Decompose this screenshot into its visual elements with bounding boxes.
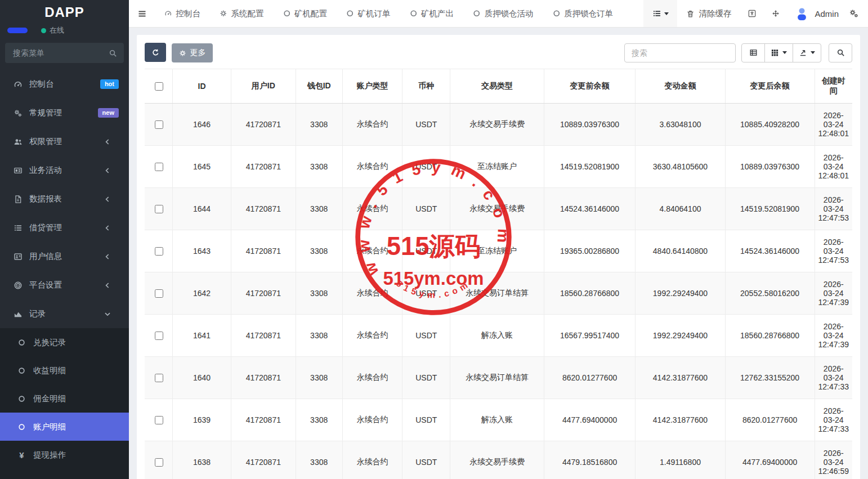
sidebar-subitem-account-details[interactable]: 账户明细 xyxy=(0,413,129,441)
sidebar-subitem-exchange-records[interactable]: 兑换记录 xyxy=(0,328,129,356)
sidebar-subitem-income-details[interactable]: 收益明细 xyxy=(0,356,129,384)
topnav-tab-staking-activities[interactable]: 质押锁仓活动 xyxy=(463,0,543,27)
chevron-left-icon xyxy=(102,223,113,232)
refresh-button[interactable] xyxy=(145,43,166,62)
refresh-icon xyxy=(151,48,160,57)
table-cell: 3308 xyxy=(296,272,342,315)
sidebar-item-lending-management[interactable]: 借贷管理 xyxy=(0,213,129,242)
avatar-icon xyxy=(794,6,809,21)
topnav-tab-miner-config[interactable]: 矿机配置 xyxy=(274,0,337,27)
row-select-cell xyxy=(145,188,173,230)
admin-menu[interactable]: Admin xyxy=(788,6,845,21)
row-select-checkbox[interactable] xyxy=(155,458,163,467)
table-cell: 永续合约 xyxy=(342,399,402,441)
row-select-checkbox[interactable] xyxy=(155,374,163,382)
language-button[interactable] xyxy=(740,0,764,27)
table-body: 1646417208713308永续合约USDT永续交易手续费10889.039… xyxy=(145,104,852,479)
circle-icon xyxy=(17,395,26,402)
table-cell: 4477.69400000 xyxy=(544,399,636,441)
column-header: 交易类型 xyxy=(450,69,544,104)
row-select-cell xyxy=(145,399,173,441)
settings-button[interactable] xyxy=(845,0,868,27)
row-select-checkbox[interactable] xyxy=(155,120,163,129)
row-select-checkbox[interactable] xyxy=(155,289,163,298)
sidebar-subitem-label: 收益明细 xyxy=(33,365,66,376)
topnav-tab-system-config[interactable]: 系统配置 xyxy=(210,0,274,27)
table-cell: USDT xyxy=(402,104,450,146)
topnav-tab-staking-orders[interactable]: 质押锁仓订单 xyxy=(543,0,623,27)
row-select-checkbox[interactable] xyxy=(155,332,163,340)
detail-view-button[interactable] xyxy=(741,43,765,62)
admin-username: Admin xyxy=(815,9,839,19)
table-cell: 2026-03-24 12:48:01 xyxy=(815,104,852,146)
sidebar-search-input[interactable] xyxy=(12,48,104,58)
sidebar-item-label: 控制台 xyxy=(29,79,100,89)
column-header: 钱包ID xyxy=(296,69,342,104)
export-button[interactable] xyxy=(793,43,821,62)
column-header: 创建时间 xyxy=(815,69,852,104)
table-cell: 4477.69400000 xyxy=(725,441,815,479)
table-cell: 3308 xyxy=(296,230,342,272)
clear-cache-button[interactable]: 清除缓存 xyxy=(677,8,740,19)
expand-icon xyxy=(771,9,780,18)
brand-title: DAPP xyxy=(0,0,129,25)
gauge-icon xyxy=(12,80,23,89)
sidebar-item-records[interactable]: 记录 xyxy=(0,299,129,328)
table-cell: 41720871 xyxy=(231,315,296,357)
menu-icon xyxy=(137,9,147,19)
table-cell: 41720871 xyxy=(231,272,296,315)
table-cell: 1640 xyxy=(173,357,231,399)
table-row: 1645417208713308永续合约USDT至冻结账户14519.52081… xyxy=(145,146,852,188)
table-cell: 3308 xyxy=(296,315,342,357)
table-cell: 8620.01277600 xyxy=(725,399,815,441)
columns-button[interactable] xyxy=(764,43,793,62)
more-button[interactable]: 更多 xyxy=(172,43,213,62)
advanced-search-button[interactable] xyxy=(829,43,852,62)
hamburger-menu-button[interactable] xyxy=(129,0,155,27)
sidebar-item-data-reports[interactable]: 数据报表 xyxy=(0,185,129,213)
circle-icon xyxy=(553,10,561,17)
topnav-tabs: 控制台系统配置矿机配置矿机订单矿机产出质押锁仓活动质押锁仓订单 xyxy=(155,0,623,27)
sidebar-item-business-activities[interactable]: 业务活动 xyxy=(0,156,129,185)
online-status: 在线 xyxy=(41,25,64,35)
sidebar-item-user-info[interactable]: 用户信息 xyxy=(0,242,129,271)
topnav-tab-miner-orders[interactable]: 矿机订单 xyxy=(337,0,400,27)
table-cell: 18560.28766800 xyxy=(725,315,815,357)
table-cell: 1638 xyxy=(173,441,231,479)
sidebar-item-permission-management[interactable]: 权限管理 xyxy=(0,127,129,156)
column-header: 账户类型 xyxy=(342,69,402,104)
topnav-tab-miner-output[interactable]: 矿机产出 xyxy=(400,0,464,27)
table-search-input[interactable] xyxy=(624,43,736,62)
nav-style-switch-button[interactable] xyxy=(643,0,677,27)
row-select-checkbox[interactable] xyxy=(155,247,163,256)
idcard-icon xyxy=(12,252,23,261)
sidebar-subitem-commission-details[interactable]: 佣金明细 xyxy=(0,384,129,413)
sidebar: DAPP 在线 控制台hot常规管理new权限管理业务活动数据报表借贷管理用户信… xyxy=(0,0,129,479)
chevron-left-icon xyxy=(102,166,113,175)
topnav-tab-dashboard[interactable]: 控制台 xyxy=(155,0,210,27)
sidebar-item-general-management[interactable]: 常规管理new xyxy=(0,99,129,127)
sidebar-item-platform-settings[interactable]: 平台设置 xyxy=(0,271,129,299)
user-panel: 在线 xyxy=(0,25,129,36)
circle-icon xyxy=(473,10,481,17)
sidebar-item-label: 平台设置 xyxy=(29,280,102,290)
circle-icon xyxy=(17,339,26,346)
table-cell: 3308 xyxy=(296,399,342,441)
table-cell: 3308 xyxy=(296,188,342,230)
sidebar-item-label: 记录 xyxy=(29,308,102,319)
row-select-checkbox[interactable] xyxy=(155,416,163,424)
table-cell: 3308 xyxy=(296,104,342,146)
row-select-checkbox[interactable] xyxy=(155,163,163,171)
fullscreen-button[interactable] xyxy=(764,0,788,27)
table-cell: 2026-03-24 12:48:01 xyxy=(815,146,852,188)
users-icon xyxy=(12,137,23,146)
select-all-checkbox[interactable] xyxy=(155,82,163,91)
table-cell: 1641 xyxy=(173,315,231,357)
table-cell: 4142.31877600 xyxy=(636,399,725,441)
sidebar-subitem-withdrawal-operations[interactable]: ¥提现操作 xyxy=(0,441,129,469)
row-select-checkbox[interactable] xyxy=(155,205,163,213)
table-cell: 41720871 xyxy=(231,357,296,399)
table-cell: 永续合约 xyxy=(342,441,402,479)
sidebar-item-dashboard[interactable]: 控制台hot xyxy=(0,70,129,99)
table-view-buttons xyxy=(741,43,821,62)
